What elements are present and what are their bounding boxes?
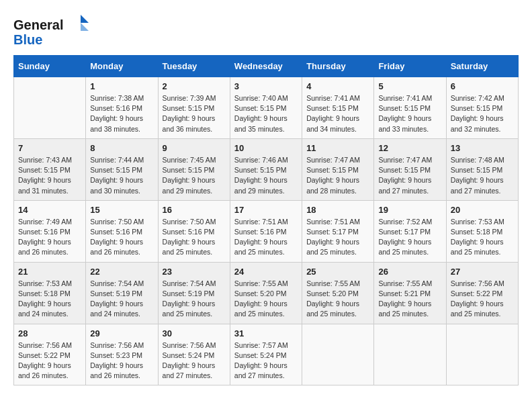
calendar-cell: 30Sunrise: 7:56 AM Sunset: 5:24 PM Dayli… — [158, 324, 230, 385]
calendar-cell: 24Sunrise: 7:55 AM Sunset: 5:20 PM Dayli… — [230, 262, 302, 324]
day-info: Sunrise: 7:55 AM Sunset: 5:20 PM Dayligh… — [234, 279, 298, 320]
day-number: 12 — [378, 143, 441, 153]
day-info: Sunrise: 7:44 AM Sunset: 5:15 PM Dayligh… — [90, 155, 153, 196]
day-number: 19 — [378, 205, 441, 215]
calendar-cell: 27Sunrise: 7:56 AM Sunset: 5:22 PM Dayli… — [446, 262, 518, 324]
calendar-cell: 2Sunrise: 7:39 AM Sunset: 5:15 PM Daylig… — [158, 77, 230, 139]
calendar-cell: 23Sunrise: 7:54 AM Sunset: 5:19 PM Dayli… — [158, 262, 230, 324]
day-number: 2 — [163, 81, 226, 91]
day-number: 9 — [163, 143, 226, 153]
calendar-cell — [14, 77, 86, 139]
day-info: Sunrise: 7:42 AM Sunset: 5:15 PM Dayligh… — [451, 93, 514, 134]
calendar-cell: 25Sunrise: 7:55 AM Sunset: 5:20 PM Dayli… — [302, 262, 374, 324]
calendar-cell: 18Sunrise: 7:51 AM Sunset: 5:17 PM Dayli… — [302, 200, 374, 262]
header-friday: Friday — [374, 56, 446, 77]
day-number: 24 — [234, 267, 298, 277]
calendar-cell: 17Sunrise: 7:51 AM Sunset: 5:16 PM Dayli… — [230, 200, 302, 262]
day-info: Sunrise: 7:54 AM Sunset: 5:19 PM Dayligh… — [163, 279, 226, 320]
calendar-cell: 14Sunrise: 7:49 AM Sunset: 5:16 PM Dayli… — [14, 200, 86, 262]
day-number: 13 — [451, 143, 514, 153]
day-number: 3 — [234, 81, 298, 91]
day-number: 10 — [234, 143, 298, 153]
calendar-cell: 22Sunrise: 7:54 AM Sunset: 5:19 PM Dayli… — [86, 262, 158, 324]
calendar-cell: 21Sunrise: 7:53 AM Sunset: 5:18 PM Dayli… — [14, 262, 86, 324]
day-info: Sunrise: 7:43 AM Sunset: 5:15 PM Dayligh… — [18, 155, 81, 196]
page-header: General Blue — [13, 13, 519, 48]
calendar-cell: 13Sunrise: 7:48 AM Sunset: 5:15 PM Dayli… — [446, 138, 518, 200]
day-number: 15 — [90, 205, 153, 215]
day-info: Sunrise: 7:57 AM Sunset: 5:24 PM Dayligh… — [234, 340, 298, 381]
day-info: Sunrise: 7:51 AM Sunset: 5:16 PM Dayligh… — [234, 217, 298, 258]
day-number: 29 — [90, 328, 153, 338]
day-info: Sunrise: 7:56 AM Sunset: 5:23 PM Dayligh… — [90, 340, 153, 381]
calendar-cell: 15Sunrise: 7:50 AM Sunset: 5:16 PM Dayli… — [86, 200, 158, 262]
header-monday: Monday — [86, 56, 158, 77]
day-number: 22 — [90, 267, 153, 277]
day-info: Sunrise: 7:54 AM Sunset: 5:19 PM Dayligh… — [90, 279, 153, 320]
day-info: Sunrise: 7:47 AM Sunset: 5:15 PM Dayligh… — [378, 155, 441, 196]
day-number: 27 — [451, 267, 514, 277]
calendar-cell: 8Sunrise: 7:44 AM Sunset: 5:15 PM Daylig… — [86, 138, 158, 200]
calendar-cell: 10Sunrise: 7:46 AM Sunset: 5:15 PM Dayli… — [230, 138, 302, 200]
day-info: Sunrise: 7:55 AM Sunset: 5:20 PM Dayligh… — [306, 279, 369, 320]
calendar-cell: 3Sunrise: 7:40 AM Sunset: 5:15 PM Daylig… — [230, 77, 302, 139]
day-number: 30 — [163, 328, 226, 338]
day-number: 1 — [90, 81, 153, 91]
calendar-week-5: 28Sunrise: 7:56 AM Sunset: 5:22 PM Dayli… — [14, 324, 519, 385]
header-thursday: Thursday — [302, 56, 374, 77]
calendar-cell: 29Sunrise: 7:56 AM Sunset: 5:23 PM Dayli… — [86, 324, 158, 385]
day-info: Sunrise: 7:55 AM Sunset: 5:21 PM Dayligh… — [378, 279, 441, 320]
calendar-week-1: 1Sunrise: 7:38 AM Sunset: 5:16 PM Daylig… — [14, 77, 519, 139]
calendar-week-2: 7Sunrise: 7:43 AM Sunset: 5:15 PM Daylig… — [14, 138, 519, 200]
calendar-cell — [446, 324, 518, 385]
day-info: Sunrise: 7:52 AM Sunset: 5:17 PM Dayligh… — [378, 217, 441, 258]
calendar-cell: 6Sunrise: 7:42 AM Sunset: 5:15 PM Daylig… — [446, 77, 518, 139]
calendar-cell: 31Sunrise: 7:57 AM Sunset: 5:24 PM Dayli… — [230, 324, 302, 385]
day-info: Sunrise: 7:47 AM Sunset: 5:15 PM Dayligh… — [306, 155, 369, 196]
header-wednesday: Wednesday — [230, 56, 302, 77]
calendar-cell: 4Sunrise: 7:41 AM Sunset: 5:15 PM Daylig… — [302, 77, 374, 139]
day-number: 25 — [306, 267, 369, 277]
calendar-header-row: SundayMondayTuesdayWednesdayThursdayFrid… — [14, 56, 519, 77]
calendar-cell: 16Sunrise: 7:50 AM Sunset: 5:16 PM Dayli… — [158, 200, 230, 262]
day-info: Sunrise: 7:41 AM Sunset: 5:15 PM Dayligh… — [378, 93, 441, 134]
day-info: Sunrise: 7:56 AM Sunset: 5:22 PM Dayligh… — [451, 279, 514, 320]
calendar-cell — [302, 324, 374, 385]
day-number: 6 — [451, 81, 514, 91]
day-info: Sunrise: 7:56 AM Sunset: 5:22 PM Dayligh… — [18, 340, 81, 381]
calendar-cell — [374, 324, 446, 385]
calendar-cell: 26Sunrise: 7:55 AM Sunset: 5:21 PM Dayli… — [374, 262, 446, 324]
day-info: Sunrise: 7:49 AM Sunset: 5:16 PM Dayligh… — [18, 217, 81, 258]
day-info: Sunrise: 7:50 AM Sunset: 5:16 PM Dayligh… — [90, 217, 153, 258]
day-number: 5 — [378, 81, 441, 91]
calendar-table: SundayMondayTuesdayWednesdayThursdayFrid… — [13, 55, 519, 385]
day-info: Sunrise: 7:38 AM Sunset: 5:16 PM Dayligh… — [90, 93, 153, 134]
day-info: Sunrise: 7:48 AM Sunset: 5:15 PM Dayligh… — [451, 155, 514, 196]
day-info: Sunrise: 7:51 AM Sunset: 5:17 PM Dayligh… — [306, 217, 369, 258]
day-info: Sunrise: 7:45 AM Sunset: 5:15 PM Dayligh… — [163, 155, 226, 196]
day-number: 18 — [306, 205, 369, 215]
day-number: 26 — [378, 267, 441, 277]
day-info: Sunrise: 7:50 AM Sunset: 5:16 PM Dayligh… — [163, 217, 226, 258]
calendar-week-4: 21Sunrise: 7:53 AM Sunset: 5:18 PM Dayli… — [14, 262, 519, 324]
day-number: 17 — [234, 205, 298, 215]
calendar-cell: 19Sunrise: 7:52 AM Sunset: 5:17 PM Dayli… — [374, 200, 446, 262]
header-sunday: Sunday — [14, 56, 86, 77]
day-number: 14 — [18, 205, 81, 215]
header-saturday: Saturday — [446, 56, 518, 77]
calendar-cell: 1Sunrise: 7:38 AM Sunset: 5:16 PM Daylig… — [86, 77, 158, 139]
calendar-cell: 20Sunrise: 7:53 AM Sunset: 5:18 PM Dayli… — [446, 200, 518, 262]
day-number: 4 — [306, 81, 369, 91]
svg-marker-2 — [81, 15, 89, 23]
day-number: 23 — [163, 267, 226, 277]
day-number: 20 — [451, 205, 514, 215]
day-number: 31 — [234, 328, 298, 338]
day-info: Sunrise: 7:40 AM Sunset: 5:15 PM Dayligh… — [234, 93, 298, 134]
calendar-cell: 7Sunrise: 7:43 AM Sunset: 5:15 PM Daylig… — [14, 138, 86, 200]
day-info: Sunrise: 7:53 AM Sunset: 5:18 PM Dayligh… — [451, 217, 514, 258]
svg-text:Blue: Blue — [13, 32, 42, 47]
svg-text:General: General — [13, 17, 63, 32]
day-info: Sunrise: 7:39 AM Sunset: 5:15 PM Dayligh… — [163, 93, 226, 134]
day-info: Sunrise: 7:41 AM Sunset: 5:15 PM Dayligh… — [306, 93, 369, 134]
day-number: 28 — [18, 328, 81, 338]
